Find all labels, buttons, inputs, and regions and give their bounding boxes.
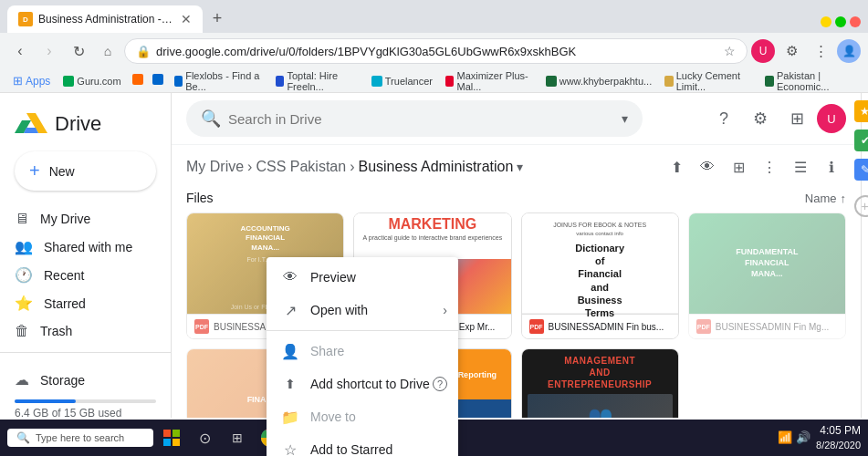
settings-icon[interactable]: ⚙ xyxy=(779,38,804,64)
taskbar-start-icon[interactable] xyxy=(157,423,186,452)
more-options-icon[interactable]: ⋮ xyxy=(755,152,784,181)
file-thumb-4: FUNDAMENTALFINANCIALMANA... xyxy=(689,213,845,314)
sidebar-item-mydrive[interactable]: 🖥 My Drive xyxy=(0,205,163,233)
guru-label: Guru.com xyxy=(77,76,120,87)
restore-button[interactable] xyxy=(835,16,846,27)
chrome-menu-icon[interactable]: ⋮ xyxy=(808,38,833,64)
file-card-3[interactable]: JOINUS FOR EBOOK & NOTESvarious contact … xyxy=(521,212,679,339)
sidebar: Drive + New 🖥 My Drive 👥 Shared with me … xyxy=(0,93,172,418)
right-sidebar-strip: ★ ✔ ✎ + xyxy=(861,93,868,418)
context-menu-preview[interactable]: 👁 Preview xyxy=(267,261,458,294)
settings-gear-icon[interactable]: ⚙ xyxy=(744,102,777,135)
bookmark-favicon-2 xyxy=(152,74,163,85)
window-controls xyxy=(821,16,861,27)
breadcrumb-root[interactable]: My Drive xyxy=(186,159,244,175)
browser-tab-active[interactable]: D Business Administration - Goo... ✕ xyxy=(7,5,203,33)
list-view-icon[interactable]: ☰ xyxy=(786,152,815,181)
truelancer-favicon xyxy=(371,76,382,87)
taskbar-clock: 4:05 PM 8/28/2020 xyxy=(816,424,861,451)
breadcrumb-level1[interactable]: CSS Pakistan xyxy=(256,159,346,175)
bookmark-guru[interactable]: Guru.com xyxy=(58,74,126,88)
context-menu-open-with[interactable]: ↗ Open with › xyxy=(267,294,458,326)
right-panel-icon-2[interactable]: ✔ xyxy=(854,130,869,151)
file-card-7[interactable]: MANAGEMENTANDENTREPRENEURSHIP 👥 PDF BUSI… xyxy=(521,348,679,418)
new-tab-button[interactable]: + xyxy=(204,5,230,31)
context-menu-add-starred[interactable]: ☆ Add to Starred xyxy=(267,433,458,456)
upload-icon-btn[interactable]: ⬆ xyxy=(662,152,691,181)
bookmark-toptal[interactable]: Toptal: Hire Freeln... xyxy=(270,69,364,93)
drive-logo: Drive xyxy=(0,100,171,151)
close-button[interactable] xyxy=(850,16,861,27)
bookmark-lucky[interactable]: Lucky Cement Limit... xyxy=(659,69,758,93)
user-account-button[interactable]: U xyxy=(817,104,846,133)
context-menu-share[interactable]: 👤 Share xyxy=(267,335,458,368)
right-panel-icon-3[interactable]: ✎ xyxy=(854,159,869,181)
view-toggle-icon[interactable]: 👁 xyxy=(693,152,722,181)
address-bar[interactable]: 🔒 drive.google.com/drive/u/0/folders/1BP… xyxy=(124,38,748,64)
taskbar-taskvue-icon[interactable]: ⊞ xyxy=(223,423,252,452)
question-mark-icon[interactable]: ? xyxy=(707,102,740,135)
apps-bookmark[interactable]: ⊞ Apps xyxy=(7,72,56,89)
starred-icon: ⭐ xyxy=(15,295,33,312)
browser-chrome: D Business Administration - Goo... ✕ + xyxy=(0,0,868,33)
bookmark-truelancer[interactable]: Truelancer xyxy=(366,74,438,88)
add-shortcut-label: Add shortcut to Drive xyxy=(310,377,430,391)
home-button[interactable]: ⌂ xyxy=(95,38,120,64)
bookmark-khyber[interactable]: www.khyberpakhtu... xyxy=(540,74,658,88)
storage-item[interactable]: ☁ Storage xyxy=(15,368,156,392)
bookmark-star-icon[interactable]: ☆ xyxy=(724,44,736,58)
storage-used-text: 6.4 GB of 15 GB used xyxy=(15,407,156,418)
taskbar-search-box[interactable]: 🔍 Type here to search xyxy=(7,429,153,447)
svg-rect-4 xyxy=(173,430,180,437)
svg-rect-6 xyxy=(173,439,180,446)
bookmark-maximizer[interactable]: Maximizer Plus-Mal... xyxy=(440,69,539,93)
sidebar-item-recent[interactable]: 🕐 Recent xyxy=(0,261,163,289)
reload-button[interactable]: ↻ xyxy=(66,38,91,64)
new-button[interactable]: + New xyxy=(15,151,156,191)
sys-icons: 📶 🔊 xyxy=(778,430,810,444)
right-panel-icon-1[interactable]: ★ xyxy=(854,100,869,122)
sidebar-item-shared[interactable]: 👥 Shared with me xyxy=(0,233,163,261)
bookmark-orange2[interactable] xyxy=(149,72,167,89)
pdf-icon-3: PDF xyxy=(529,319,544,334)
search-input[interactable] xyxy=(228,111,614,127)
sort-button[interactable]: Name ↑ xyxy=(805,192,846,205)
context-menu-add-shortcut[interactable]: ⬆ Add shortcut to Drive ? xyxy=(267,368,458,400)
taskbar-cortana-icon[interactable]: ⊙ xyxy=(190,423,219,452)
user-profile-avatar[interactable]: 👤 xyxy=(837,39,861,63)
sort-arrow-icon: ↑ xyxy=(841,192,847,205)
move-to-icon: 📁 xyxy=(281,408,299,426)
account-icon[interactable]: U xyxy=(751,39,775,63)
search-bar[interactable]: 🔍 ▾ xyxy=(186,100,643,137)
info-icon[interactable]: ℹ xyxy=(817,152,846,181)
shared-icon: 👥 xyxy=(15,238,33,255)
sidebar-divider xyxy=(0,352,171,353)
back-button[interactable]: ‹ xyxy=(7,38,33,64)
sidebar-item-trash[interactable]: 🗑 Trash xyxy=(0,317,163,345)
share-icon: 👤 xyxy=(281,342,299,360)
pdf-icon-1: PDF xyxy=(194,319,209,334)
sidebar-item-starred[interactable]: ⭐ Starred xyxy=(0,289,163,317)
bookmark-flexlobs[interactable]: Flexlobs - Find a Be... xyxy=(169,69,268,93)
apps-grid-icon: ⊞ xyxy=(13,74,23,88)
toptal-favicon xyxy=(276,76,285,87)
bookmark-pakistan[interactable]: Pakistan | Economic... xyxy=(759,69,861,93)
header-right-icons: ? ⚙ ⊞ U xyxy=(707,102,846,135)
tab-close-icon[interactable]: ✕ xyxy=(181,12,192,26)
sort-label: Name xyxy=(805,192,837,205)
maximizer-label: Maximizer Plus-Mal... xyxy=(456,70,532,92)
breadcrumb-current[interactable]: Business Administration xyxy=(358,159,513,175)
open-with-arrow-icon: › xyxy=(443,303,447,317)
grid-view-icon[interactable]: ⊞ xyxy=(724,152,753,181)
google-apps-icon[interactable]: ⊞ xyxy=(780,102,813,135)
shared-label: Shared with me xyxy=(44,240,132,254)
search-dropdown-icon[interactable]: ▾ xyxy=(622,111,628,126)
context-menu-move-to[interactable]: 📁 Move to xyxy=(267,400,458,433)
guru-favicon xyxy=(63,76,74,87)
forward-button[interactable]: › xyxy=(37,38,62,64)
lock-icon: 🔒 xyxy=(136,45,151,58)
file-card-4[interactable]: FUNDAMENTALFINANCIALMANA... PDF BUSINESS… xyxy=(688,212,846,339)
breadcrumb-dropdown-icon[interactable]: ▾ xyxy=(517,160,523,174)
minimize-button[interactable] xyxy=(821,16,831,27)
bookmark-orange1[interactable] xyxy=(129,72,147,89)
